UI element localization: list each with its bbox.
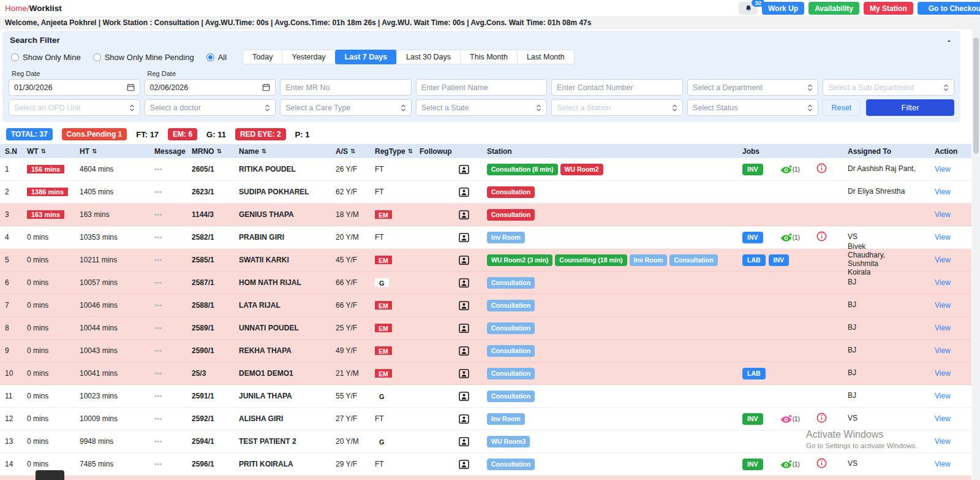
followup-patient-card-icon[interactable]: [459, 436, 469, 447]
message-button[interactable]: ⋯: [148, 256, 186, 265]
notifications-button[interactable]: 32: [739, 2, 758, 15]
availability-button[interactable]: Availability: [809, 2, 859, 15]
vertical-scrollbar[interactable]: [972, 17, 980, 480]
select-a-station-select[interactable]: Select a Station: [551, 99, 683, 116]
range-last-7-days-button[interactable]: Last 7 Days: [335, 50, 397, 64]
sort-icon[interactable]: ⇅: [92, 148, 97, 154]
select-a-doctor-select[interactable]: Select a doctor: [145, 99, 276, 116]
followup-button[interactable]: [409, 255, 478, 265]
alert-info-icon[interactable]: [816, 458, 827, 468]
message-button[interactable]: ⋯: [148, 460, 186, 469]
view-link[interactable]: View: [935, 437, 951, 446]
followup-patient-card-icon[interactable]: [459, 255, 469, 265]
view-link[interactable]: View: [935, 210, 951, 219]
message-button[interactable]: ⋯: [148, 369, 186, 378]
breadcrumb-home-link[interactable]: Home: [5, 4, 27, 13]
job-inv-badge[interactable]: INV: [742, 413, 763, 425]
col-ht[interactable]: HT⇅: [80, 147, 148, 156]
followup-patient-card-icon[interactable]: [459, 391, 469, 402]
alert-info-icon[interactable]: [816, 231, 827, 242]
view-link[interactable]: View: [935, 414, 951, 423]
radio-show-only-mine-pending[interactable]: Show Only Mine Pending: [93, 53, 194, 62]
alert-button[interactable]: [816, 458, 827, 470]
range-yesterday-button[interactable]: Yesterday: [282, 50, 335, 64]
select-a-state-select[interactable]: Select a State: [416, 99, 548, 116]
message-button[interactable]: ⋯: [148, 324, 186, 333]
job-inv-badge[interactable]: INV: [742, 164, 763, 175]
followup-button[interactable]: [409, 436, 478, 447]
followup-patient-card-icon[interactable]: [459, 187, 469, 197]
followup-button[interactable]: [409, 459, 478, 470]
followup-button[interactable]: [409, 278, 478, 288]
followup-button[interactable]: [409, 232, 478, 243]
followup-button[interactable]: [409, 346, 478, 356]
eye-indicator[interactable]: (1): [780, 460, 800, 469]
followup-button[interactable]: [409, 368, 478, 379]
followup-button[interactable]: [409, 414, 478, 424]
followup-patient-card-icon[interactable]: [459, 346, 469, 356]
sort-icon[interactable]: ⇅: [350, 148, 355, 154]
enter-mr-no-input[interactable]: Enter MR No: [280, 79, 412, 96]
followup-button[interactable]: [409, 300, 478, 311]
col-regtype[interactable]: RegType⇅: [368, 147, 409, 156]
reg-date-input[interactable]: 01/30/2026: [9, 79, 140, 96]
select-status-select[interactable]: Select Status: [687, 99, 819, 116]
reg-date-input[interactable]: 02/06/2026: [145, 79, 276, 96]
message-button[interactable]: ⋯: [148, 346, 186, 356]
range-this-month-button[interactable]: This Month: [460, 50, 518, 64]
message-button[interactable]: ⋯: [148, 188, 186, 197]
followup-patient-card-icon[interactable]: [459, 414, 469, 424]
scrollbar-thumb[interactable]: [973, 37, 979, 154]
work-up-button[interactable]: Work Up: [762, 2, 804, 15]
message-button[interactable]: ⋯: [148, 210, 186, 219]
go-to-checkout-button[interactable]: Go to Checkout List: [918, 2, 980, 15]
followup-button[interactable]: [409, 391, 478, 402]
followup-patient-card-icon[interactable]: [459, 210, 469, 220]
alert-button[interactable]: [816, 231, 827, 243]
enter-patient-name-input[interactable]: Enter Patient Name: [416, 79, 548, 96]
message-button[interactable]: ⋯: [148, 233, 186, 242]
select-an-opd-unit-select[interactable]: Select an OPD Unit: [9, 99, 140, 116]
collapse-panel-button[interactable]: -: [945, 35, 953, 45]
followup-button[interactable]: [409, 164, 478, 175]
eye-indicator[interactable]: (1): [780, 233, 800, 242]
my-station-button[interactable]: My Station: [864, 2, 913, 15]
followup-button[interactable]: [409, 323, 478, 333]
select-a-care-type-select[interactable]: Select a Care Type: [280, 99, 412, 116]
filter-button[interactable]: Filter: [866, 99, 954, 116]
radio-all[interactable]: All: [206, 53, 227, 62]
followup-button[interactable]: [409, 210, 478, 220]
job-lab-badge[interactable]: LAB: [742, 368, 766, 379]
message-button[interactable]: ⋯: [148, 414, 186, 424]
job-lab-badge[interactable]: LAB: [742, 254, 766, 266]
followup-patient-card-icon[interactable]: [459, 459, 469, 470]
alert-info-icon[interactable]: [816, 163, 827, 173]
sort-icon[interactable]: ⇅: [217, 148, 222, 154]
alert-info-icon[interactable]: [816, 413, 827, 423]
message-button[interactable]: ⋯: [148, 301, 186, 310]
col-a-s[interactable]: A/S⇅: [330, 147, 368, 156]
view-link[interactable]: View: [935, 233, 951, 242]
followup-patient-card-icon[interactable]: [459, 300, 469, 311]
enter-contact-number-input[interactable]: Enter Contact Number: [551, 79, 683, 96]
view-link[interactable]: View: [935, 256, 951, 264]
view-link[interactable]: View: [935, 346, 951, 355]
select-a-department-select[interactable]: Select a Department: [687, 79, 819, 96]
followup-button[interactable]: [409, 187, 478, 197]
followup-patient-card-icon[interactable]: [459, 232, 469, 243]
job-inv-badge[interactable]: INV: [769, 254, 790, 266]
view-link[interactable]: View: [935, 188, 951, 196]
view-link[interactable]: View: [935, 165, 951, 173]
range-last-30-days-button[interactable]: Last 30 Days: [396, 50, 461, 64]
message-button[interactable]: ⋯: [148, 278, 186, 288]
message-button[interactable]: ⋯: [148, 392, 186, 401]
followup-patient-card-icon[interactable]: [459, 323, 469, 333]
col-mrno[interactable]: MRNO⇅: [186, 147, 234, 156]
followup-patient-card-icon[interactable]: [459, 164, 469, 175]
sort-icon[interactable]: ⇅: [262, 148, 266, 154]
followup-patient-card-icon[interactable]: [459, 368, 469, 379]
message-button[interactable]: ⋯: [148, 437, 186, 446]
radio-show-only-mine[interactable]: Show Only Mine: [11, 53, 81, 62]
job-inv-badge[interactable]: INV: [742, 459, 763, 470]
message-button[interactable]: ⋯: [148, 165, 186, 174]
